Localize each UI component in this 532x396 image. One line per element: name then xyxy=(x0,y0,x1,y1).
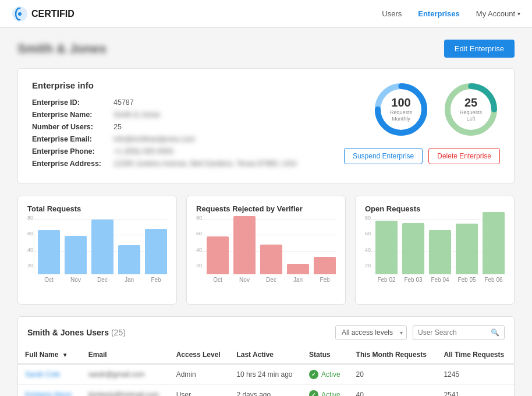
logo: CERTIFID xyxy=(12,6,75,22)
col-email: Email xyxy=(81,346,169,364)
chart-total-requests: Total Requests 80 60 40 20 Oct Nov Dec xyxy=(17,196,177,305)
logo-icon xyxy=(12,6,28,22)
bar-label: Feb 05 xyxy=(457,277,476,283)
gauge-svg-requests-monthly: 100 Requests Monthly xyxy=(372,80,430,139)
bar-label: Nov xyxy=(70,277,81,283)
bars-container: Feb 02 Feb 03 Feb 04 Feb 05 Feb 06 xyxy=(375,219,505,283)
enterprise-info-left: Enterprise info Enterprise ID:45787Enter… xyxy=(32,80,344,172)
users-header: Smith & Jones Users (25) All access leve… xyxy=(18,317,514,346)
gauge-label1: Requests xyxy=(460,109,483,115)
gridline-label: 20 xyxy=(27,263,33,268)
gridline-label: 40 xyxy=(365,247,371,253)
col-last-active: Last Active xyxy=(229,346,302,364)
info-label: Enterprise Email: xyxy=(32,135,114,143)
info-label: Enterprise Phone: xyxy=(32,147,114,155)
bar xyxy=(233,216,256,274)
user-all-time: 1245 xyxy=(437,364,514,385)
user-status: Active xyxy=(302,385,349,397)
access-level-select[interactable]: All access levels xyxy=(335,325,407,340)
user-status: Active xyxy=(302,364,349,385)
gridline-label: 20 xyxy=(196,263,202,268)
logo-text: CERTIFID xyxy=(31,9,75,19)
bar-group: Nov xyxy=(233,216,256,283)
bar xyxy=(38,230,60,274)
user-last-active: 2 days ago xyxy=(229,385,302,397)
info-label: Enterprise Address: xyxy=(32,160,114,168)
bar-group: Oct xyxy=(38,230,60,283)
bar xyxy=(429,230,451,274)
bar-label: Dec xyxy=(266,277,276,283)
search-icon: 🔍 xyxy=(491,328,499,337)
gauge-requests-left: 25 Requests Left xyxy=(442,80,500,139)
bar-group: Feb 04 xyxy=(429,230,451,283)
user-all-time: 2541 xyxy=(437,385,514,397)
bar-label: Feb 03 xyxy=(404,277,422,283)
col-full-name[interactable]: Full Name ▼ xyxy=(18,346,81,364)
bar xyxy=(207,236,229,274)
gauges-container: 100 Requests Monthly 25 Requests Left xyxy=(372,80,500,139)
info-label: Number of Users: xyxy=(32,123,114,131)
chart-area: 80 60 40 20 Oct Nov Dec Jan xyxy=(27,219,167,296)
edit-enterprise-button[interactable]: Edit Enterprise xyxy=(444,40,515,58)
users-controls: All access levels 🔍 xyxy=(335,325,505,340)
nav-users[interactable]: Users xyxy=(382,9,402,18)
bar-label: Oct xyxy=(44,277,54,283)
user-access: User xyxy=(169,385,230,397)
gauge-value: 100 xyxy=(391,96,410,109)
chart-open-requests: Open Requests 80 60 40 20 Feb 02 Feb 03 … xyxy=(355,196,515,305)
info-row: Enterprise Address:12345 Junkins Avenue,… xyxy=(32,160,344,168)
bar-group: Feb xyxy=(314,257,336,283)
bar-label: Jan xyxy=(293,277,303,283)
user-last-active: 10 hrs 24 min ago xyxy=(229,364,302,385)
nav-links: Users Enterprises My Account ▾ xyxy=(382,9,520,18)
gridline-label: 80 xyxy=(365,215,371,221)
info-row: Number of Users:25 xyxy=(32,123,344,131)
bar xyxy=(314,257,336,274)
info-value: 25 xyxy=(114,123,122,131)
bar-label: Feb 04 xyxy=(431,277,449,283)
gridline-label: 40 xyxy=(27,247,33,253)
access-level-select-wrap: All access levels xyxy=(335,325,407,340)
bar-group: Oct xyxy=(207,236,229,283)
users-title: Smith & Jones Users (25) xyxy=(27,328,126,337)
gridline-label: 80 xyxy=(196,215,202,221)
user-name[interactable]: Kimberly Nixon xyxy=(18,385,81,397)
bars-container: Oct Nov Dec Jan Feb xyxy=(38,219,167,283)
bar xyxy=(287,264,309,274)
bar-group: Dec xyxy=(91,220,114,283)
info-value: +1 (555) 555-5555 xyxy=(114,147,173,155)
bar xyxy=(65,236,87,274)
user-name[interactable]: Sarah Cole xyxy=(18,364,81,385)
info-value: info@smithandjones.com xyxy=(114,135,196,143)
chart-area: 80 60 40 20 Oct Nov Dec Jan xyxy=(196,219,336,296)
col-access-level: Access Level xyxy=(169,346,230,364)
gauge-label2: Monthly xyxy=(392,116,410,122)
table-header-row: Full Name ▼ Email Access Level Last Acti… xyxy=(18,346,514,364)
sort-arrow-icon: ▼ xyxy=(62,352,68,358)
nav-enterprises[interactable]: Enterprises xyxy=(418,9,460,18)
svg-point-1 xyxy=(18,12,22,16)
chart-title: Total Requests xyxy=(27,204,167,213)
enterprise-actions: Suspend Enterprise Delete Enterprise xyxy=(344,148,500,164)
navbar: CERTIFID Users Enterprises My Account ▾ xyxy=(0,0,532,28)
bar-label: Feb 06 xyxy=(484,277,502,283)
info-label: Enterprise ID: xyxy=(32,98,114,107)
info-row: Enterprise ID:45787 xyxy=(32,98,344,107)
delete-enterprise-button[interactable]: Delete Enterprise xyxy=(428,148,500,164)
info-value: 12345 Junkins Avenue, Bell Gardens, Texa… xyxy=(114,160,297,168)
page-title: Smith & Jones xyxy=(17,41,107,56)
suspend-enterprise-button[interactable]: Suspend Enterprise xyxy=(344,148,423,164)
gridline-label: 60 xyxy=(27,231,33,236)
bar xyxy=(118,245,140,274)
nav-my-account[interactable]: My Account ▾ xyxy=(476,9,520,18)
bars-container: Oct Nov Dec Jan Feb xyxy=(207,219,336,283)
user-this-month: 20 xyxy=(349,364,437,385)
bar-group: Feb 02 xyxy=(375,221,398,283)
bar-group: Jan xyxy=(287,264,309,283)
status-check-icon xyxy=(309,370,318,379)
user-access: Admin xyxy=(169,364,230,385)
page-header: Smith & Jones Edit Enterprise xyxy=(17,40,515,58)
user-email: kimberly@hotmail.com xyxy=(81,385,169,397)
user-search-input[interactable] xyxy=(418,328,488,337)
bar-group: Feb 05 xyxy=(456,224,478,283)
